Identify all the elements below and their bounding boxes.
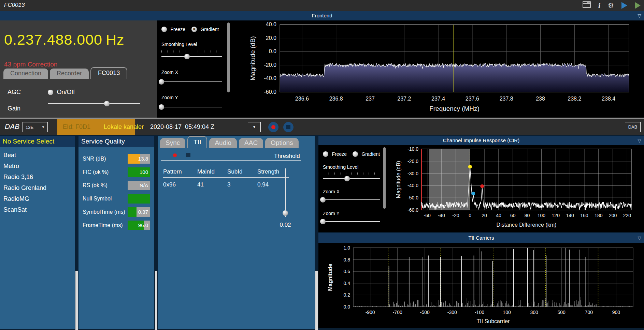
svg-text:40: 40 — [496, 213, 501, 218]
tab-sync[interactable]: Sync — [160, 138, 185, 148]
tab-fc0013[interactable]: FC0013 — [90, 67, 127, 79]
cir-gradient-radio-icon[interactable] — [353, 151, 358, 157]
svg-text:0.0: 0.0 — [269, 48, 276, 54]
svg-text:0.4: 0.4 — [344, 281, 350, 286]
tab-aac[interactable]: AAC — [239, 138, 263, 148]
cir-zoom-y-label: Zoom Y — [323, 211, 340, 216]
tab-recorder[interactable]: Recorder — [50, 69, 89, 79]
tab-options[interactable]: Options — [265, 138, 298, 148]
tab-audio[interactable]: Audio — [209, 138, 237, 148]
tii-col-header-subid: SubId — [227, 168, 257, 178]
svg-text:500: 500 — [558, 310, 566, 315]
cir-gradient-radio[interactable]: Gradient — [353, 151, 380, 157]
application-window: FC0013 i ⚙ Frontend ▽ 0.237.488.000Hz 43… — [0, 0, 644, 330]
cir-panel-header: Channel Impulse Response (CIR) ▽ — [318, 136, 644, 145]
cir-freeze-radio[interactable]: Freeze — [323, 151, 347, 157]
tii-record-indicator-icon[interactable] — [173, 153, 177, 157]
threshold-slider-knob[interactable] — [283, 210, 288, 216]
cir-freeze-label: Freeze — [332, 151, 347, 157]
gradient-radio[interactable]: Gradient — [191, 26, 219, 32]
gain-slider[interactable] — [48, 101, 140, 106]
zoom-y-slider-groove[interactable] — [161, 107, 222, 107]
cir-zoom-x-slider-knob[interactable] — [320, 197, 326, 202]
agc-radio-icon[interactable] — [48, 90, 53, 95]
freeze-radio[interactable]: Freeze — [161, 26, 185, 32]
svg-text:-500: -500 — [420, 310, 430, 315]
frontend-collapse-icon[interactable]: ▽ — [638, 11, 641, 20]
agc-toggle[interactable]: On/Off — [48, 89, 75, 96]
vertical-splitter-1[interactable] — [75, 271, 78, 330]
channel-select[interactable]: 13E ▼ — [23, 122, 48, 132]
cir-controls-scrollbar[interactable] — [383, 147, 386, 209]
svg-text:238.2: 238.2 — [568, 96, 581, 102]
recorder-dropdown-button[interactable]: ▼ — [248, 122, 261, 132]
service-item-metro[interactable]: Metro — [0, 161, 75, 171]
quality-bar: 0.37 — [128, 207, 150, 217]
quality-bar-fill — [128, 207, 137, 217]
gain-label: Gain — [8, 105, 20, 112]
svg-text:237.4: 237.4 — [431, 96, 445, 102]
tab-tii[interactable]: TII — [187, 136, 207, 148]
stop-button[interactable] — [283, 122, 294, 132]
tab-connection[interactable]: Connection — [3, 69, 48, 79]
tii-stop-indicator-icon[interactable] — [186, 153, 190, 157]
threshold-value: 0.02 — [276, 222, 295, 228]
freeze-radio-icon[interactable] — [161, 27, 167, 32]
zoom-x-slider-knob[interactable] — [159, 79, 164, 85]
cir-zoom-y-slider-groove[interactable] — [323, 221, 380, 222]
window-icon[interactable] — [583, 0, 591, 11]
play-blue-icon[interactable] — [621, 2, 627, 9]
gradient-radio-icon[interactable] — [191, 27, 197, 32]
zoom-x-slider[interactable] — [161, 79, 222, 85]
threshold-slider[interactable] — [283, 168, 288, 217]
zoom-y-slider[interactable] — [161, 104, 222, 110]
frequency-unit: Hz — [106, 31, 125, 48]
play-green-icon[interactable] — [635, 2, 641, 9]
vertical-splitter-2[interactable] — [155, 271, 157, 330]
vertical-splitter-3[interactable] — [315, 271, 318, 330]
smoothing-slider-groove[interactable] — [161, 56, 222, 57]
frontend-spectrum-svg[interactable]: 40.020.00.0-20.0-40.0-60.0236.6236.82372… — [230, 20, 644, 118]
cir-zoom-y-slider-knob[interactable] — [320, 219, 326, 224]
cir-collapse-icon[interactable]: ▽ — [638, 136, 641, 145]
dab-side-tab[interactable]: DAB — [625, 122, 641, 132]
service-item-beat[interactable]: Beat — [0, 150, 75, 161]
svg-text:-60.0: -60.0 — [407, 207, 418, 213]
utc-timestamp: 2020-08-17 05:49:04 Z — [150, 123, 214, 131]
cir-zoom-y-slider[interactable] — [323, 219, 380, 224]
freeze-label: Freeze — [170, 27, 185, 32]
ensemble-name-label: Lokale kanaler — [104, 123, 144, 131]
svg-text:40.0: 40.0 — [266, 21, 276, 27]
smoothing-slider-knob[interactable] — [184, 54, 190, 59]
quality-bar: 100 — [128, 167, 150, 177]
tii-carriers-collapse-icon[interactable]: ▽ — [638, 233, 641, 243]
cir-gradient-label: Gradient — [361, 151, 380, 157]
cir-zoom-x-slider[interactable] — [323, 197, 380, 202]
info-icon[interactable]: i — [598, 0, 600, 11]
service-item-radio-grenland[interactable]: Radio Grenland — [0, 182, 75, 193]
service-quality-rows: SNR (dB)13.8FIC (ok %)100RS (ok %)N/ANul… — [78, 147, 154, 233]
quality-value: 96.0 — [138, 221, 148, 230]
cir-zoom-x-slider-groove[interactable] — [323, 199, 380, 200]
cir-smoothing-slider[interactable] — [323, 176, 380, 181]
smoothing-slider[interactable] — [161, 54, 222, 59]
svg-text:100: 100 — [538, 213, 546, 218]
quality-bar-fill — [128, 194, 150, 204]
cir-smoothing-slider-knob[interactable] — [344, 176, 350, 181]
threshold-slider-groove[interactable] — [285, 168, 286, 217]
cir-smoothing-slider-groove[interactable] — [323, 178, 380, 179]
svg-text:-20.0: -20.0 — [264, 62, 277, 68]
service-item-radiomg[interactable]: RadioMG — [0, 193, 75, 204]
zoom-y-slider-knob[interactable] — [159, 104, 164, 110]
gain-slider-knob[interactable] — [104, 101, 110, 106]
record-button[interactable] — [268, 122, 278, 132]
gain-slider-groove[interactable] — [48, 103, 140, 104]
zoom-x-slider-groove[interactable] — [161, 81, 222, 82]
cir-freeze-radio-icon[interactable] — [323, 151, 328, 157]
spectrum-controls-scrollbar[interactable] — [227, 22, 230, 92]
frontend-spectrum-plot[interactable]: 40.020.00.0-20.0-40.0-60.0236.6236.82372… — [230, 20, 644, 118]
service-item-scansat[interactable]: ScanSat — [0, 204, 75, 215]
svg-text:238: 238 — [536, 96, 545, 102]
service-item-radio-3-16[interactable]: Radio 3,16 — [0, 171, 75, 182]
gear-icon[interactable]: ⚙ — [608, 0, 614, 11]
